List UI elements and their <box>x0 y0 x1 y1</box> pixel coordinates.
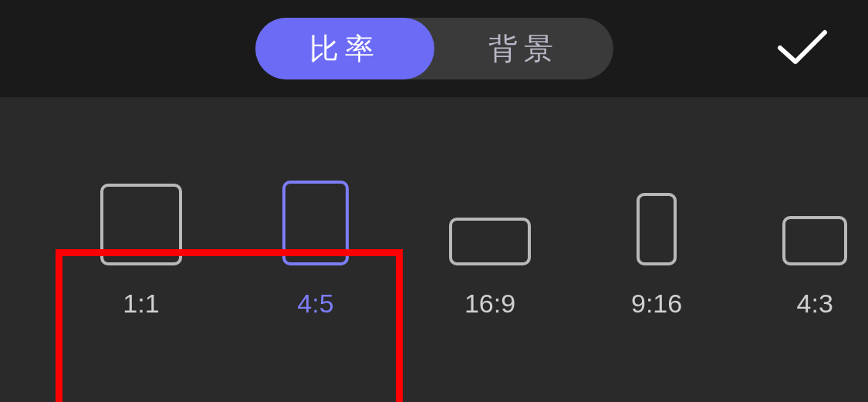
tab-ratio[interactable]: 比率 <box>255 18 434 79</box>
ratio-label: 4:3 <box>797 289 833 319</box>
ratio-shape-4-5 <box>282 181 349 265</box>
tab-background[interactable]: 背景 <box>434 18 613 79</box>
ratio-option-4-5[interactable]: 4:5 <box>282 181 349 319</box>
checkmark-icon <box>775 28 829 66</box>
ratio-shape-9-16 <box>637 193 677 265</box>
ratio-label: 16:9 <box>464 289 515 319</box>
ratio-option-1-1[interactable]: 1:1 <box>100 184 182 319</box>
ratio-option-9-16[interactable]: 9:16 <box>631 193 682 319</box>
ratio-option-16-9[interactable]: 16:9 <box>449 218 531 319</box>
ratio-option-4-3[interactable]: 4:3 <box>782 216 847 319</box>
ratio-label: 1:1 <box>123 289 159 319</box>
ratio-list: 1:1 4:5 16:9 9:16 4:3 <box>0 181 868 319</box>
ratio-label: 4:5 <box>297 289 333 319</box>
ratio-shape-16-9 <box>449 218 531 265</box>
ratio-shape-1-1 <box>100 184 182 265</box>
ratio-label: 9:16 <box>631 289 682 319</box>
content-area: 1:1 4:5 16:9 9:16 4:3 <box>0 97 868 402</box>
tab-group: 比率 背景 <box>255 18 613 79</box>
ratio-shape-4-3 <box>782 216 847 265</box>
header-bar: 比率 背景 <box>0 0 868 97</box>
confirm-button[interactable] <box>775 28 829 69</box>
